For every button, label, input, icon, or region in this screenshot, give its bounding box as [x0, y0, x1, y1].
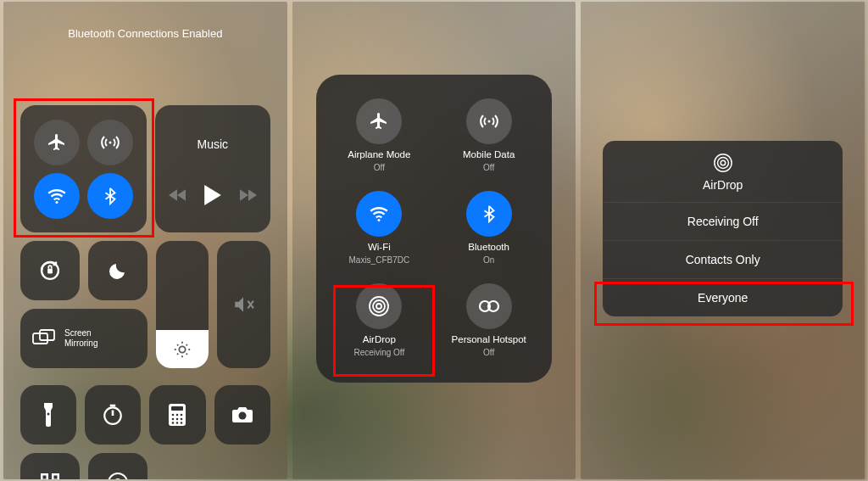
antenna-icon: [100, 132, 120, 153]
screen-mirroring-button[interactable]: Screen Mirroring: [20, 309, 147, 368]
svg-point-40: [721, 160, 726, 165]
bluetooth-label: Bluetooth: [468, 242, 509, 252]
svg-point-18: [176, 422, 179, 424]
mobile-data-label: Mobile Data: [463, 149, 515, 159]
airdrop-sub: Receiving Off: [353, 348, 404, 357]
timer-button[interactable]: [85, 385, 141, 445]
brightness-icon: [173, 340, 192, 359]
flashlight-icon: [42, 403, 54, 427]
prev-track-icon[interactable]: [169, 188, 186, 202]
wifi-toggle[interactable]: [34, 173, 80, 219]
svg-rect-3: [47, 269, 53, 274]
wifi-item[interactable]: Wi-Fi Maxis_CFB7DC: [333, 191, 426, 265]
svg-point-6: [179, 346, 185, 352]
svg-point-15: [176, 418, 179, 421]
bluetooth-icon: [480, 204, 498, 223]
record-icon: [107, 472, 129, 479]
status-text: Bluetooth Connections Enabled: [3, 27, 287, 40]
wifi-icon: [368, 203, 390, 225]
svg-point-8: [105, 407, 122, 424]
airdrop-option-contacts-only[interactable]: Contacts Only: [603, 241, 843, 279]
wifi-sub: Maxis_CFB7DC: [348, 255, 409, 265]
connectivity-module[interactable]: [20, 105, 147, 232]
airdrop-option-receiving-off[interactable]: Receiving Off: [603, 203, 843, 241]
control-center-main: Bluetooth Connections Enabled: [3, 2, 287, 479]
control-center-expanded: Airplane Mode Off Mobile Data Off Wi-Fi …: [292, 2, 576, 479]
calculator-button[interactable]: [149, 385, 205, 445]
screen-mirroring-icon: [32, 329, 56, 348]
timer-icon: [102, 404, 124, 426]
cellular-data-toggle[interactable]: [87, 120, 133, 165]
volume-mute-icon: [232, 294, 254, 316]
svg-point-41: [717, 158, 728, 169]
svg-point-32: [114, 478, 122, 479]
bluetooth-toggle[interactable]: [87, 173, 133, 219]
volume-slider[interactable]: [217, 241, 270, 368]
antenna-icon: [479, 111, 499, 131]
screen-record-button[interactable]: [88, 453, 147, 479]
screen-mirroring-label-2: Mirroring: [64, 338, 97, 349]
hotspot-label: Personal Hotspot: [452, 334, 526, 344]
airdrop-action-sheet: AirDrop Receiving Off Contacts Only Ever…: [603, 141, 843, 316]
svg-point-13: [181, 414, 183, 417]
airdrop-icon: [713, 153, 733, 173]
bluetooth-item[interactable]: Bluetooth On: [442, 191, 535, 265]
do-not-disturb-button[interactable]: [88, 241, 147, 300]
hotspot-item[interactable]: Personal Hotspot Off: [442, 283, 535, 357]
wifi-label: Wi-Fi: [368, 242, 391, 252]
svg-point-33: [487, 120, 490, 123]
airdrop-item[interactable]: AirDrop Receiving Off: [333, 283, 426, 357]
svg-point-11: [172, 414, 175, 417]
airplane-sub: Off: [374, 163, 385, 172]
airplane-icon: [369, 111, 389, 131]
rotation-lock-icon: [38, 259, 62, 282]
bluetooth-sub: On: [483, 255, 494, 265]
mobile-data-sub: Off: [483, 163, 494, 172]
airdrop-option-everyone[interactable]: Everyone: [603, 279, 843, 316]
svg-point-35: [376, 304, 381, 309]
orientation-lock-button[interactable]: [20, 241, 80, 300]
qr-icon: [40, 473, 60, 479]
airplane-label: Airplane Mode: [348, 149, 410, 159]
connectivity-expanded-card: Airplane Mode Off Mobile Data Off Wi-Fi …: [316, 75, 553, 383]
mobile-data-item[interactable]: Mobile Data Off: [442, 98, 535, 172]
qr-scanner-button[interactable]: [20, 453, 80, 479]
airdrop-label: AirDrop: [363, 334, 396, 344]
svg-point-14: [172, 418, 175, 421]
airplane-icon: [47, 132, 67, 153]
airdrop-sheet-panel: AirDrop Receiving Off Contacts Only Ever…: [581, 2, 865, 479]
camera-button[interactable]: [214, 385, 270, 445]
svg-point-20: [238, 412, 246, 420]
svg-point-31: [108, 473, 127, 479]
bluetooth-icon: [101, 187, 120, 205]
svg-rect-10: [171, 406, 183, 411]
svg-point-19: [181, 422, 183, 424]
svg-rect-24: [54, 476, 58, 479]
wifi-icon: [46, 185, 68, 207]
play-icon[interactable]: [204, 185, 221, 205]
svg-point-12: [176, 414, 179, 417]
svg-point-17: [172, 422, 175, 424]
screen-mirroring-label-1: Screen: [64, 328, 97, 338]
svg-point-34: [378, 219, 381, 221]
svg-point-0: [108, 141, 111, 143]
camera-icon: [231, 406, 253, 423]
airplane-mode-toggle[interactable]: [34, 120, 80, 165]
svg-point-7: [47, 413, 50, 416]
moon-icon: [108, 260, 128, 281]
svg-point-16: [181, 418, 183, 421]
hotspot-sub: Off: [483, 348, 494, 357]
svg-point-36: [373, 300, 385, 312]
airplane-mode-item[interactable]: Airplane Mode Off: [333, 98, 426, 172]
next-track-icon[interactable]: [240, 188, 257, 202]
calculator-icon: [169, 404, 186, 426]
flashlight-button[interactable]: [20, 385, 76, 445]
brightness-slider[interactable]: [156, 241, 209, 368]
airdrop-sheet-title: AirDrop: [703, 178, 743, 192]
hotspot-icon: [478, 299, 500, 314]
music-title: Music: [198, 137, 229, 151]
airdrop-icon: [368, 295, 390, 317]
music-module[interactable]: Music: [155, 105, 270, 232]
svg-rect-22: [43, 476, 47, 479]
svg-point-1: [56, 201, 58, 204]
